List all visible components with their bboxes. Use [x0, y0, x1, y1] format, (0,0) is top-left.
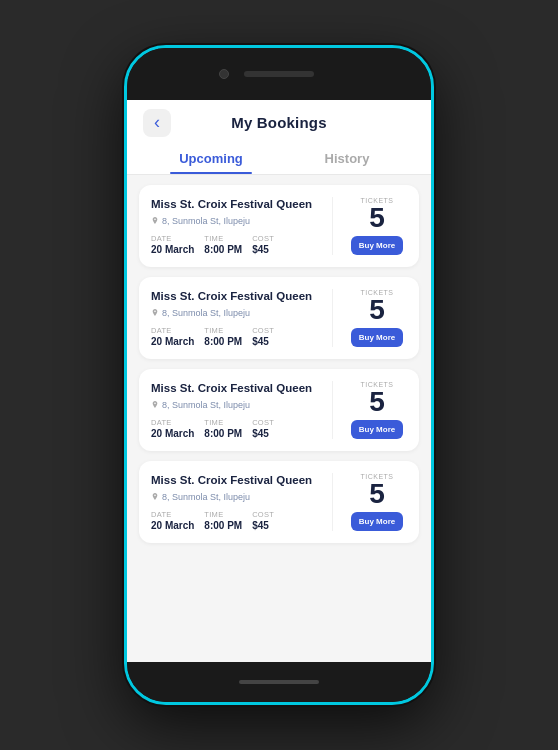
time-label: Time [204, 510, 242, 519]
booking-card-3: Miss St. Croix Festival Queen 8, Sunmola… [139, 369, 419, 451]
date-group: Date 20 March [151, 326, 194, 347]
event-name: Miss St. Croix Festival Queen [151, 473, 318, 488]
booking-card-2: Miss St. Croix Festival Queen 8, Sunmola… [139, 277, 419, 359]
cost-value: $45 [252, 244, 274, 255]
bookings-list: Miss St. Croix Festival Queen 8, Sunmola… [127, 175, 431, 662]
event-location: 8, Sunmola St, Ilupeju [151, 216, 318, 226]
phone-speaker [244, 71, 314, 77]
buy-more-button[interactable]: Buy More [351, 512, 403, 531]
tickets-section: TICKETS 5 [360, 289, 393, 324]
time-value: 8:00 PM [204, 520, 242, 531]
date-label: Date [151, 326, 194, 335]
cost-value: $45 [252, 520, 274, 531]
event-location: 8, Sunmola St, Ilupeju [151, 492, 318, 502]
phone-screen: My Bookings Upcoming History Miss St. Cr… [127, 100, 431, 662]
time-group: Time 8:00 PM [204, 418, 242, 439]
buy-more-button[interactable]: Buy More [351, 328, 403, 347]
event-name: Miss St. Croix Festival Queen [151, 381, 318, 396]
card-divider [332, 289, 333, 347]
event-details: Date 20 March Time 8:00 PM Cost $45 [151, 234, 318, 255]
time-group: Time 8:00 PM [204, 326, 242, 347]
tickets-section: TICKETS 5 [360, 381, 393, 416]
buy-more-button[interactable]: Buy More [351, 236, 403, 255]
date-label: Date [151, 418, 194, 427]
buy-more-button[interactable]: Buy More [351, 420, 403, 439]
booking-card-1: Miss St. Croix Festival Queen 8, Sunmola… [139, 185, 419, 267]
tickets-section: TICKETS 5 [360, 473, 393, 508]
event-location: 8, Sunmola St, Ilupeju [151, 308, 318, 318]
time-label: Time [204, 418, 242, 427]
card-divider [332, 381, 333, 439]
phone-frame: My Bookings Upcoming History Miss St. Cr… [124, 45, 434, 705]
cost-label: Cost [252, 510, 274, 519]
tickets-count: 5 [369, 204, 385, 232]
phone-camera [219, 69, 229, 79]
tickets-section: TICKETS 5 [360, 197, 393, 232]
cost-value: $45 [252, 336, 274, 347]
card-right: TICKETS 5 Buy More [347, 289, 407, 347]
header-row: My Bookings [143, 114, 415, 131]
card-divider [332, 197, 333, 255]
location-icon [151, 309, 159, 317]
time-value: 8:00 PM [204, 428, 242, 439]
tab-upcoming[interactable]: Upcoming [143, 143, 279, 174]
date-value: 20 March [151, 244, 194, 255]
card-left: Miss St. Croix Festival Queen 8, Sunmola… [151, 473, 318, 531]
cost-value: $45 [252, 428, 274, 439]
event-details: Date 20 March Time 8:00 PM Cost $45 [151, 510, 318, 531]
location-icon [151, 401, 159, 409]
cost-group: Cost $45 [252, 326, 274, 347]
booking-card-4: Miss St. Croix Festival Queen 8, Sunmola… [139, 461, 419, 543]
card-left: Miss St. Croix Festival Queen 8, Sunmola… [151, 197, 318, 255]
cost-label: Cost [252, 418, 274, 427]
date-group: Date 20 March [151, 234, 194, 255]
event-name: Miss St. Croix Festival Queen [151, 197, 318, 212]
event-details: Date 20 March Time 8:00 PM Cost $45 [151, 418, 318, 439]
card-right: TICKETS 5 Buy More [347, 197, 407, 255]
date-group: Date 20 March [151, 418, 194, 439]
time-value: 8:00 PM [204, 244, 242, 255]
date-label: Date [151, 510, 194, 519]
time-group: Time 8:00 PM [204, 510, 242, 531]
page-title: My Bookings [231, 114, 327, 131]
tickets-count: 5 [369, 296, 385, 324]
tickets-count: 5 [369, 480, 385, 508]
time-label: Time [204, 326, 242, 335]
date-value: 20 March [151, 520, 194, 531]
cost-group: Cost $45 [252, 418, 274, 439]
cost-label: Cost [252, 234, 274, 243]
date-group: Date 20 March [151, 510, 194, 531]
card-right: TICKETS 5 Buy More [347, 473, 407, 531]
event-name: Miss St. Croix Festival Queen [151, 289, 318, 304]
date-value: 20 March [151, 428, 194, 439]
card-divider [332, 473, 333, 531]
date-label: Date [151, 234, 194, 243]
back-button[interactable] [143, 109, 171, 137]
cost-group: Cost $45 [252, 510, 274, 531]
time-value: 8:00 PM [204, 336, 242, 347]
event-details: Date 20 March Time 8:00 PM Cost $45 [151, 326, 318, 347]
location-icon [151, 217, 159, 225]
cost-group: Cost $45 [252, 234, 274, 255]
screen-header: My Bookings Upcoming History [127, 100, 431, 174]
time-label: Time [204, 234, 242, 243]
tabs-container: Upcoming History [143, 143, 415, 174]
phone-bottom-bar [127, 662, 431, 702]
location-icon [151, 493, 159, 501]
tab-history[interactable]: History [279, 143, 415, 174]
cost-label: Cost [252, 326, 274, 335]
home-bar [239, 680, 319, 684]
date-value: 20 March [151, 336, 194, 347]
card-right: TICKETS 5 Buy More [347, 381, 407, 439]
tickets-count: 5 [369, 388, 385, 416]
time-group: Time 8:00 PM [204, 234, 242, 255]
card-left: Miss St. Croix Festival Queen 8, Sunmola… [151, 381, 318, 439]
card-left: Miss St. Croix Festival Queen 8, Sunmola… [151, 289, 318, 347]
phone-top-bar [127, 48, 431, 100]
event-location: 8, Sunmola St, Ilupeju [151, 400, 318, 410]
